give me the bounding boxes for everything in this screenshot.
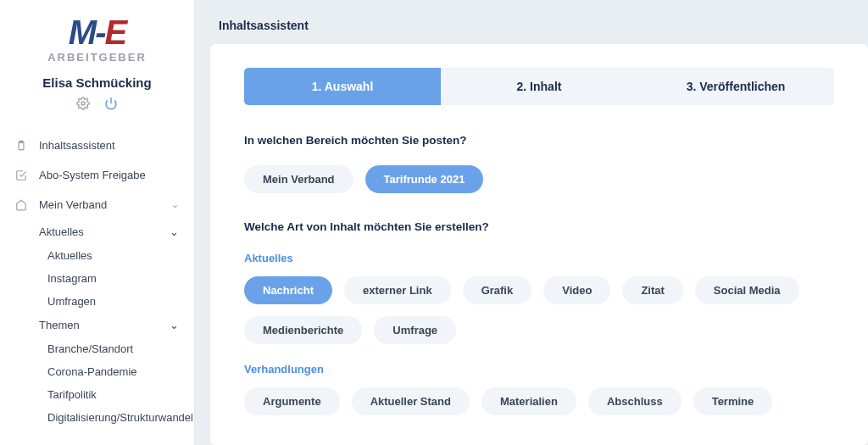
section-verhandlungen: Verhandlungen <box>244 363 834 375</box>
type-termine[interactable]: Termine <box>693 387 773 415</box>
user-actions <box>0 97 194 114</box>
type-grafik[interactable]: Grafik <box>463 276 532 304</box>
pill-label: Video <box>562 284 592 297</box>
type-argumente[interactable]: Argumente <box>244 387 340 415</box>
nav-digital[interactable]: Digitalisierung/Strukturwandel <box>0 406 194 429</box>
types-verhandlungen: Argumente Aktueller Stand Materialien Ab… <box>244 387 834 415</box>
type-medienberichte[interactable]: Medienberichte <box>244 316 362 344</box>
question-type: Welche Art von Inhalt möchten Sie erstel… <box>244 220 834 233</box>
pill-label: Tarifrunde 2021 <box>384 173 465 186</box>
area-options: Mein Verband Tarifrunde 2021 <box>244 165 834 193</box>
nav-abo-system[interactable]: Abo-System Freigabe <box>0 160 194 190</box>
page-title: Inhaltsassistent <box>195 0 868 44</box>
pill-label: Medienberichte <box>263 324 343 337</box>
type-zitat[interactable]: Zitat <box>622 276 682 304</box>
step-auswahl[interactable]: 1. Auswahl <box>244 68 441 105</box>
type-umfrage[interactable]: Umfrage <box>374 316 456 344</box>
chevron-down-icon: ⌄ <box>170 225 179 238</box>
nav-instagram[interactable]: Instagram <box>0 267 194 290</box>
wizard-steps: 1. Auswahl 2. Inhalt 3. Veröffentlichen <box>244 68 834 105</box>
svg-point-0 <box>81 102 85 105</box>
step-inhalt[interactable]: 2. Inhalt <box>441 68 637 105</box>
pill-label: Materialien <box>500 395 558 408</box>
nav-label: Umfragen <box>47 295 96 308</box>
nav-tarif[interactable]: Tarifpolitik <box>0 383 194 406</box>
pill-label: Umfrage <box>392 324 437 337</box>
logo-subtitle: ARBEITGEBER <box>17 51 177 64</box>
home-icon <box>15 199 31 211</box>
pill-label: externer Link <box>363 284 432 297</box>
nav-label: Aktuelles <box>47 249 92 262</box>
nav-aktuelles-sub[interactable]: Aktuelles <box>0 244 194 267</box>
step-label: 2. Inhalt <box>517 80 562 93</box>
user-name: Elisa Schmücking <box>0 75 194 90</box>
nav-mein-verband[interactable]: Mein Verband ⌄ <box>0 190 194 220</box>
nav-label: Inhaltsassistent <box>39 139 115 152</box>
nav-label: Abo-System Freigabe <box>39 169 146 181</box>
step-veroeffentlichen[interactable]: 3. Veröffentlichen <box>637 68 834 105</box>
pill-label: Grafik <box>481 284 514 297</box>
chevron-down-icon: ⌄ <box>170 319 179 331</box>
nav-label: Instagram <box>47 272 97 285</box>
area-mein-verband[interactable]: Mein Verband <box>244 165 353 193</box>
types-aktuelles: Nachricht externer Link Grafik Video Zit… <box>244 276 834 344</box>
type-externer-link[interactable]: externer Link <box>344 276 451 304</box>
clipboard-icon <box>15 140 31 152</box>
nav-label: Branche/Standort <box>47 342 133 355</box>
nav-label: Aktuelles <box>39 225 84 238</box>
type-social-media[interactable]: Social Media <box>695 276 799 304</box>
step-label: 3. Veröffentlichen <box>687 80 786 93</box>
pill-label: Abschluss <box>607 395 663 408</box>
logo-mark: M-E <box>17 15 177 49</box>
nav-branche[interactable]: Branche/Standort <box>0 337 194 360</box>
chevron-down-icon: ⌄ <box>171 199 179 210</box>
type-materialien[interactable]: Materialien <box>481 387 576 415</box>
area-tarifrunde[interactable]: Tarifrunde 2021 <box>365 165 484 193</box>
nav-label: Digitalisierung/Strukturwandel <box>47 411 193 424</box>
nav-label: Corona-Pandemie <box>47 365 137 378</box>
type-aktueller-stand[interactable]: Aktueller Stand <box>352 387 470 415</box>
brand-logo: M-E ARBEITGEBER <box>0 15 194 64</box>
pill-label: Termine <box>712 395 754 408</box>
nav-umfragen[interactable]: Umfragen <box>0 290 194 313</box>
nav-label: Tarifpolitik <box>47 388 97 401</box>
pill-label: Mein Verband <box>263 173 335 186</box>
nav-label: Themen <box>39 319 80 331</box>
nav-aktuelles[interactable]: Aktuelles ⌄ <box>0 220 194 244</box>
pill-label: Nachricht <box>263 284 314 297</box>
type-nachricht[interactable]: Nachricht <box>244 276 332 304</box>
type-video[interactable]: Video <box>543 276 610 304</box>
nav-corona[interactable]: Corona-Pandemie <box>0 360 194 383</box>
type-abschluss[interactable]: Abschluss <box>588 387 682 415</box>
main-area: Inhaltsassistent 1. Auswahl 2. Inhalt 3.… <box>195 0 868 445</box>
power-icon[interactable] <box>104 97 118 110</box>
nav-label: Mein Verband <box>39 198 107 211</box>
question-area: In welchen Bereich möchten Sie posten? <box>244 134 834 147</box>
step-label: 1. Auswahl <box>312 80 374 93</box>
sidebar-nav: Inhaltsassistent Abo-System Freigabe Mei… <box>0 125 194 429</box>
pill-label: Social Media <box>714 284 781 297</box>
pill-label: Aktueller Stand <box>370 395 451 408</box>
nav-inhaltsassistent[interactable]: Inhaltsassistent <box>0 131 194 160</box>
nav-themen[interactable]: Themen ⌄ <box>0 313 194 337</box>
pill-label: Zitat <box>641 284 664 297</box>
pill-label: Argumente <box>263 395 321 408</box>
wizard-card: 1. Auswahl 2. Inhalt 3. Veröffentlichen … <box>210 44 868 445</box>
settings-icon[interactable] <box>76 97 90 110</box>
approval-icon <box>15 170 31 181</box>
sidebar: M-E ARBEITGEBER Elisa Schmücking Inhalts… <box>0 0 195 445</box>
section-aktuelles: Aktuelles <box>244 252 834 264</box>
